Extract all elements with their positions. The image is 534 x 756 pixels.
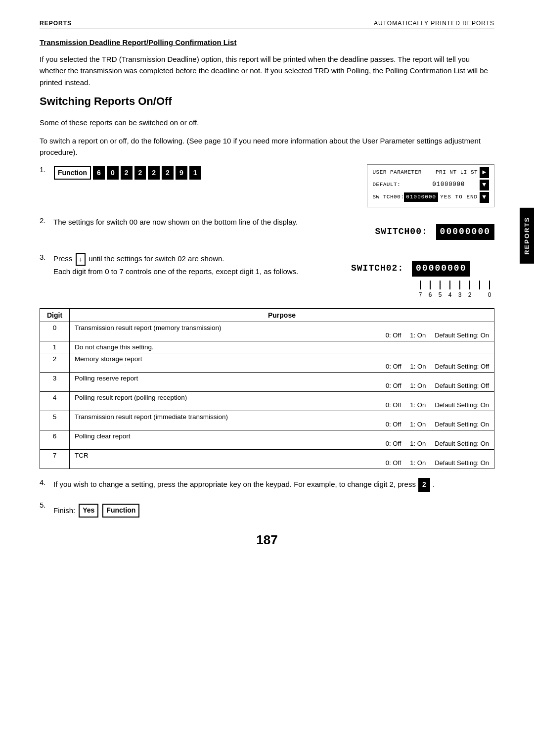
purpose-4-sub: 0: Off 1: On Default Setting: On bbox=[75, 401, 489, 409]
switch00-value: 00000000 bbox=[436, 224, 494, 240]
step3-text3: Each digit from 0 to 7 controls one of t… bbox=[53, 267, 298, 276]
tick-0 bbox=[485, 281, 494, 290]
key-2d: 2 bbox=[162, 166, 174, 180]
step5-content: Finish: Yes Function bbox=[53, 504, 494, 518]
lcd-row1: USER PARAMETER PRI NT LI ST ► bbox=[372, 167, 489, 178]
report-table: Digit Purpose 0 Transmission result repo… bbox=[40, 308, 494, 469]
step5: 5. Finish: Yes Function bbox=[40, 501, 494, 518]
tick-6 bbox=[425, 281, 435, 290]
table-row: 3 Polling reserve report 0: Off 1: On De… bbox=[40, 373, 494, 392]
purpose-5: Transmission result report (immediate tr… bbox=[70, 411, 494, 430]
step4-text: If you wish to change a setting, press t… bbox=[53, 480, 416, 488]
purpose-6-sub: 0: Off 1: On Default Setting: On bbox=[75, 440, 489, 447]
header-right: AUTOMATICALLY PRINTED REPORTS bbox=[374, 20, 494, 27]
lcd-row2: DEFAULT: 01000000 ▼ bbox=[372, 180, 489, 190]
section1-body: If you selected the TRD (Transmission De… bbox=[40, 53, 494, 88]
tick-7 bbox=[415, 281, 425, 290]
digit-5: 5 bbox=[40, 411, 70, 430]
step3: 3. Press ↓ until the settings for switch… bbox=[40, 253, 494, 299]
purpose-6: Polling clear report 0: Off 1: On Defaul… bbox=[70, 430, 494, 450]
lcd-arrow-down: ▼ bbox=[480, 180, 489, 190]
page-header: REPORTS AUTOMATICALLY PRINTED REPORTS bbox=[40, 20, 494, 29]
digit-label-2: 2 bbox=[465, 290, 475, 300]
step2-switch: SWITCH00: 00000000 bbox=[375, 220, 494, 244]
section2-intro1: Some of these reports can be switched on… bbox=[40, 117, 494, 128]
step3-num: 3. bbox=[40, 253, 53, 261]
table-row: 2 Memory storage report 0: Off 1: On Def… bbox=[40, 353, 494, 373]
step5-num: 5. bbox=[40, 501, 53, 509]
key-6: 6 bbox=[93, 166, 105, 180]
section2: Switching Reports On/Off Some of these r… bbox=[40, 95, 494, 518]
lcd-panel: USER PARAMETER PRI NT LI ST ► DEFAULT: 0… bbox=[367, 164, 494, 207]
purpose-7: TCR 0: Off 1: On Default Setting: On bbox=[70, 450, 494, 469]
digit-ruler-row: 7 6 5 4 3 2 0 bbox=[415, 281, 494, 300]
key-2-step4: 2 bbox=[418, 478, 430, 492]
lcd-row3-right: YES TO END bbox=[440, 193, 478, 201]
step3-text1: Press bbox=[53, 254, 72, 263]
step4-text2: . bbox=[433, 480, 435, 488]
digit-3: 3 bbox=[40, 373, 70, 392]
step1-content: Function 6 0 2 2 2 2 9 1 USER PARAMET bbox=[53, 165, 494, 207]
step1-keys: Function 6 0 2 2 2 2 9 1 bbox=[53, 166, 348, 180]
digit-0: 0 bbox=[40, 322, 70, 341]
digit-label-7: 7 bbox=[415, 290, 425, 300]
key-2c: 2 bbox=[148, 166, 160, 180]
table-row: 5 Transmission result report (immediate … bbox=[40, 411, 494, 430]
step3-content: Press ↓ until the settings for switch 02… bbox=[53, 253, 494, 299]
digit-label-6: 6 bbox=[425, 290, 435, 300]
function-key-step5: Function bbox=[102, 504, 139, 518]
tick-4 bbox=[445, 281, 455, 290]
digit-label-0: 0 bbox=[485, 290, 494, 300]
key-9: 9 bbox=[176, 166, 187, 180]
page-number: 187 bbox=[40, 532, 494, 548]
function-key: Function bbox=[54, 166, 91, 180]
table-header-digit: Digit bbox=[40, 309, 70, 322]
lcd-row3: SW TCH00: 01000000 YES TO END ▼ bbox=[372, 192, 489, 203]
step5-label: Finish: bbox=[53, 505, 75, 516]
digit-7: 7 bbox=[40, 450, 70, 469]
table-row: 0 Transmission result report (memory tra… bbox=[40, 322, 494, 341]
tick-3 bbox=[455, 281, 465, 290]
purpose-0-sub: 0: Off 1: On Default Setting: On bbox=[75, 331, 489, 339]
digit-4: 4 bbox=[40, 392, 70, 411]
lcd-row2-val: 01000000 bbox=[433, 180, 465, 189]
tick-5 bbox=[435, 281, 445, 290]
digit-label-4: 4 bbox=[445, 290, 455, 300]
purpose-2-sub: 0: Off 1: On Default Setting: Off bbox=[75, 363, 489, 370]
digit-1: 1 bbox=[40, 341, 70, 353]
yes-key: Yes bbox=[79, 504, 98, 518]
reports-tab: REPORTS bbox=[520, 208, 534, 264]
digit-labels: 7 6 5 4 3 2 0 bbox=[415, 290, 494, 300]
step1-num: 1. bbox=[40, 165, 53, 174]
lcd-row1-right: PRI NT LI ST bbox=[436, 168, 478, 177]
step1-text-col: Function 6 0 2 2 2 2 9 1 bbox=[53, 165, 348, 180]
step2-text: The settings for switch 00 are now shown… bbox=[53, 216, 365, 228]
step1: 1. Function 6 0 2 2 2 2 9 1 bbox=[40, 165, 494, 207]
step3-text2: until the settings for switch 02 are sho… bbox=[89, 254, 224, 263]
purpose-5-sub: 0: Off 1: On Default Setting: On bbox=[75, 421, 489, 428]
step2-num: 2. bbox=[40, 216, 53, 225]
purpose-4: Polling result report (polling reception… bbox=[70, 392, 494, 411]
section1: Transmission Deadline Report/Polling Con… bbox=[40, 38, 494, 88]
step1-lcd: USER PARAMETER PRI NT LI ST ► DEFAULT: 0… bbox=[358, 164, 494, 207]
step2-content: The settings for switch 00 are now shown… bbox=[53, 216, 494, 244]
table-row: 4 Polling result report (polling recepti… bbox=[40, 392, 494, 411]
step3-switch: SWITCH02: 00000000 bbox=[351, 257, 494, 299]
digit-ticks bbox=[415, 281, 494, 290]
table-row: 7 TCR 0: Off 1: On Default Setting: On bbox=[40, 450, 494, 469]
digit-label-blank bbox=[475, 290, 485, 300]
lcd-row1-label: USER PARAMETER bbox=[372, 168, 421, 177]
tick-1 bbox=[475, 281, 485, 290]
key-0: 0 bbox=[107, 166, 119, 180]
step2-text-main: The settings for switch 00 are now shown… bbox=[53, 218, 298, 226]
lcd-arrow-down2: ▼ bbox=[480, 192, 489, 203]
purpose-7-sub: 0: Off 1: On Default Setting: On bbox=[75, 459, 489, 467]
switch02-value: 00000000 bbox=[412, 261, 470, 277]
switch02-display: SWITCH02: 00000000 bbox=[351, 261, 494, 277]
digit-label-5: 5 bbox=[435, 290, 445, 300]
purpose-3: Polling reserve report 0: Off 1: On Defa… bbox=[70, 373, 494, 392]
down-arrow-key: ↓ bbox=[76, 253, 86, 266]
step3-text: Press ↓ until the settings for switch 02… bbox=[53, 253, 341, 277]
step2: 2. The settings for switch 00 are now sh… bbox=[40, 216, 494, 244]
tick-2 bbox=[465, 281, 475, 290]
